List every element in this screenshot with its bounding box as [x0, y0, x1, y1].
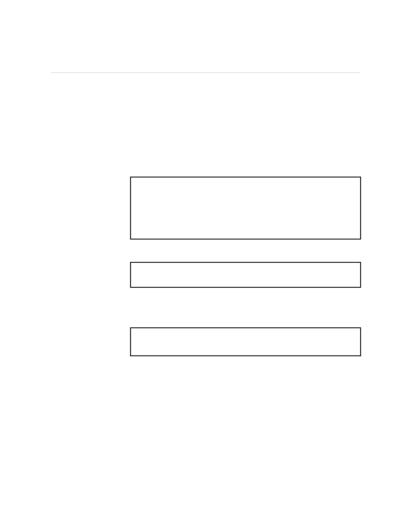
- horizontal-divider: [51, 72, 360, 73]
- empty-box-3: [130, 327, 361, 356]
- empty-box-1: [130, 177, 361, 240]
- empty-box-2: [130, 262, 361, 288]
